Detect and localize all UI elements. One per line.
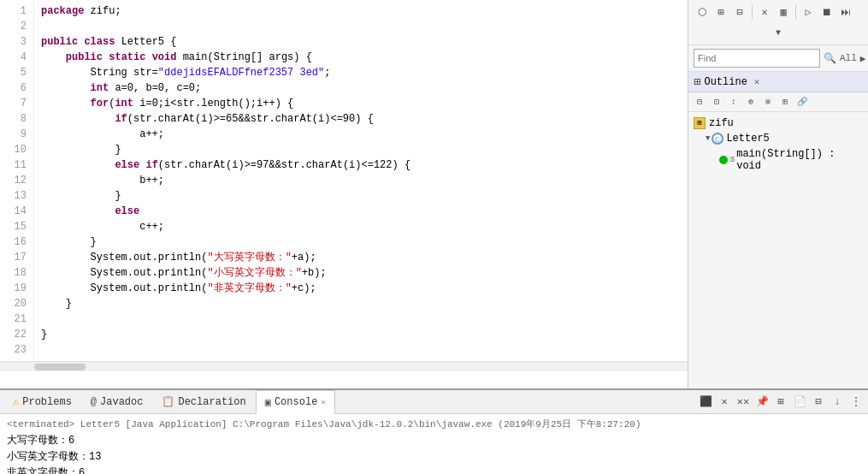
line-number: 12 — [7, 173, 27, 188]
code-line — [41, 311, 681, 327]
code-line: String str="ddejidsEFALDFfnef2357 3ed"; — [41, 65, 681, 80]
console-terminated-line: <terminated> Letter5 [Java Application] … — [7, 418, 861, 433]
line-number: 10 — [7, 142, 27, 157]
outline-toolbar: ⊟ ⊡ ↕ ⊕ ⊗ ⊞ 🔗 — [688, 92, 868, 112]
code-line: int a=0, b=0, c=0; — [41, 80, 681, 96]
toolbar-btn-2[interactable]: ⊞ — [712, 3, 729, 21]
line-number: 23 — [7, 342, 27, 358]
toolbar-btn-5[interactable]: ▦ — [775, 3, 792, 21]
toolbar-btn-stop[interactable]: ⏹ — [818, 3, 836, 21]
outline-btn-sort[interactable]: ↕ — [726, 94, 741, 110]
outline-grid-icon: ⊞ — [694, 74, 700, 89]
line-number: 6 — [7, 80, 27, 96]
toolbar-dropdown-btn[interactable]: ▼ — [694, 24, 863, 41]
line-number: 21 — [7, 311, 27, 327]
console-action-6[interactable]: ⊟ — [810, 394, 827, 411]
code-line: } — [41, 296, 681, 311]
console-action-copy[interactable]: ⊞ — [772, 394, 789, 411]
code-line — [41, 19, 681, 34]
tab-javadoc[interactable]: @ Javadoc — [81, 390, 153, 414]
tab-javadoc-label: Javadoc — [100, 396, 143, 408]
horizontal-scrollbar[interactable] — [0, 361, 688, 371]
code-line: if(str.charAt(i)>=65&&str.charAt(i)<=90)… — [41, 111, 681, 127]
outline-btn-5[interactable]: ⊞ — [777, 94, 793, 110]
javadoc-icon: @ — [91, 396, 97, 408]
search-all-label[interactable]: All — [840, 53, 857, 63]
class-icon-svg: C — [712, 133, 723, 145]
console-output-line-1: 大写字母数：6 — [7, 433, 861, 449]
editor-content[interactable]: 1234567891011121314151617181920212223 pa… — [0, 0, 688, 361]
tab-console[interactable]: ▣ Console ✕ — [256, 390, 336, 414]
code-line: System.out.println("小写英文字母数："+b); — [41, 265, 681, 281]
code-line: else if(str.charAt(i)>=97&&str.charAt(i)… — [41, 157, 681, 173]
console-output-line-2: 小写英文字母数：13 — [7, 449, 861, 465]
console-action-3[interactable]: ✕✕ — [735, 394, 752, 411]
main-area: 1234567891011121314151617181920212223 pa… — [0, 0, 868, 388]
tree-item-main[interactable]: S main(String[]) : void — [688, 146, 868, 174]
line-number: 1 — [7, 3, 27, 19]
console-action-7[interactable]: ↓ — [829, 394, 846, 411]
bottom-panel: ⚠ Problems @ Javadoc 📋 Declaration ▣ Con… — [0, 388, 868, 474]
code-line: else — [41, 204, 681, 219]
toolbar-btn-4[interactable]: ✕ — [756, 3, 773, 21]
svg-text:C: C — [716, 136, 720, 144]
line-number: 18 — [7, 265, 27, 281]
line-number: 3 — [7, 34, 27, 50]
tree-label-letter5: Letter5 — [726, 133, 769, 145]
problems-icon: ⚠ — [13, 395, 19, 408]
console-action-1[interactable]: ⬛ — [697, 394, 714, 411]
scrollbar-thumb-x[interactable] — [34, 364, 86, 370]
tree-item-zifu[interactable]: ⊞ zifu — [688, 116, 868, 131]
tree-item-letter5[interactable]: ▼ C Letter5 — [688, 131, 868, 146]
tab-console-label: Console — [275, 396, 317, 408]
console-close-btn[interactable]: ✕ — [321, 397, 326, 407]
outline-title: Outline — [704, 76, 747, 88]
tabs-bar: ⚠ Problems @ Javadoc 📋 Declaration ▣ Con… — [0, 390, 868, 414]
line-number: 22 — [7, 327, 27, 342]
code-line: a++; — [41, 127, 681, 142]
search-arrow: ▶ — [860, 53, 866, 64]
outline-btn-hide[interactable]: ⊗ — [760, 94, 776, 110]
code-line — [41, 342, 681, 358]
outline-header: ⊞ Outline ✕ — [688, 72, 868, 92]
toolbar-btn-run[interactable]: ▷ — [800, 3, 817, 21]
toolbar-divider-2 — [795, 5, 796, 19]
code-line: } — [41, 142, 681, 157]
line-number: 2 — [7, 19, 27, 34]
code-line: } — [41, 188, 681, 204]
tree-arrow-letter5: ▼ — [706, 134, 710, 143]
search-input[interactable] — [694, 49, 820, 68]
line-number: 14 — [7, 204, 27, 219]
toolbar-btn-skip[interactable]: ⏭ — [837, 3, 854, 21]
tree-label-main: main(String[]) : void — [736, 148, 863, 172]
tab-declaration[interactable]: 📋 Declaration — [152, 390, 255, 414]
toolbar-btn-1[interactable]: ⬡ — [694, 3, 711, 21]
code-line: } — [41, 327, 681, 342]
outline-view-label: ✕ — [754, 76, 760, 87]
code-line: package zifu; — [41, 3, 681, 19]
search-icon[interactable]: 🔍 — [824, 52, 836, 65]
code-line: public static void main(String[] args) { — [41, 50, 681, 65]
code-area: 1234567891011121314151617181920212223 pa… — [0, 0, 688, 361]
line-number: 11 — [7, 157, 27, 173]
console-action-2[interactable]: ✕ — [716, 394, 733, 411]
code-lines[interactable]: package zifu; public class Letter5 { pub… — [34, 0, 688, 361]
console-action-8[interactable]: ⋮ — [847, 394, 865, 411]
tab-problems-label: Problems — [22, 396, 72, 408]
outline-tree: ⊞ zifu ▼ C Letter5 — [688, 112, 868, 177]
outline-btn-filter[interactable]: ⊕ — [743, 94, 759, 110]
toolbar-btn-3[interactable]: ⊟ — [731, 3, 748, 21]
editor-panel: 1234567891011121314151617181920212223 pa… — [0, 0, 688, 388]
outline-btn-collapse[interactable]: ⊟ — [692, 94, 707, 110]
outline-btn-2[interactable]: ⊡ — [709, 94, 724, 110]
tab-problems[interactable]: ⚠ Problems — [3, 390, 81, 414]
console-action-pin[interactable]: 📌 — [753, 394, 771, 411]
line-number: 19 — [7, 281, 27, 296]
console-output-line-3: 非英文字母数：6 — [7, 465, 861, 474]
declaration-icon: 📋 — [162, 395, 174, 408]
console-action-5[interactable]: 📄 — [791, 394, 808, 411]
line-number: 8 — [7, 111, 27, 127]
line-number: 16 — [7, 234, 27, 250]
line-number: 7 — [7, 96, 27, 111]
outline-btn-link[interactable]: 🔗 — [794, 94, 810, 110]
